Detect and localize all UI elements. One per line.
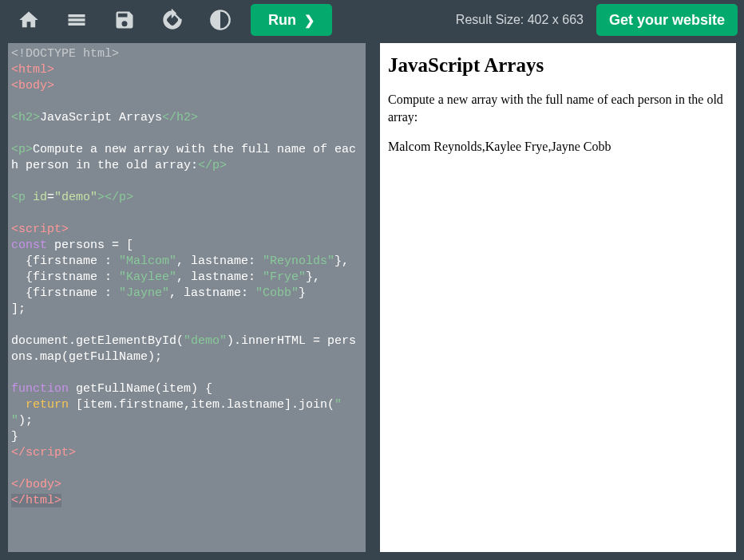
- result-description: Compute a new array with the full name o…: [388, 91, 728, 125]
- code-token: <!DOCTYPE html>: [11, 47, 119, 61]
- run-label: Run: [268, 12, 296, 29]
- theme-icon[interactable]: [198, 3, 243, 37]
- result-heading: JavaScript Arrays: [388, 54, 728, 77]
- save-icon[interactable]: [102, 3, 147, 37]
- rotate-icon[interactable]: [150, 3, 195, 37]
- get-website-button[interactable]: Get your website: [596, 4, 738, 36]
- result-pane: JavaScript Arrays Compute a new array wi…: [380, 43, 736, 552]
- result-output: Malcom Reynolds,Kaylee Frye,Jayne Cobb: [388, 138, 728, 156]
- chevron-right-icon: ❯: [304, 13, 315, 28]
- toolbar: Run ❯ Result Size: 402 x 663 Get your we…: [0, 0, 744, 40]
- code-editor[interactable]: <!DOCTYPE html> <html> <body> <h2>JavaSc…: [8, 43, 366, 552]
- workspace: <!DOCTYPE html> <html> <body> <h2>JavaSc…: [0, 40, 744, 560]
- home-icon[interactable]: [6, 3, 51, 37]
- run-button[interactable]: Run ❯: [251, 4, 332, 36]
- menu-icon[interactable]: [54, 3, 99, 37]
- result-size-label: Result Size: 402 x 663: [456, 13, 584, 27]
